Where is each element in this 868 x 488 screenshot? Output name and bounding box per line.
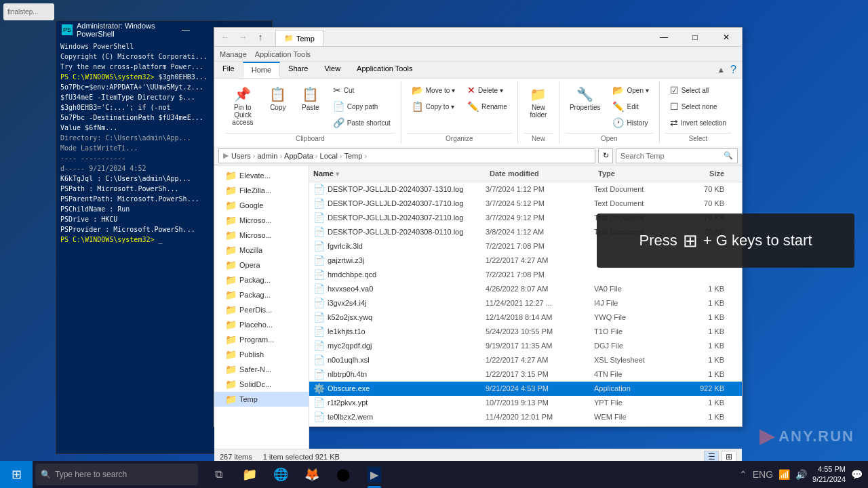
copy-to-button[interactable]: 📋 Copy to ▾ (407, 99, 460, 114)
explorer-tabbar: ← → ↑ 📁 Temp — □ ✕ (214, 28, 742, 47)
move-to-icon: 📂 (412, 85, 423, 96)
folder-icon: 📁 (225, 200, 237, 211)
file-row[interactable]: 📄k52o2jsx.ywq 12/14/2018 8:14 AM YWQ Fil… (309, 310, 742, 325)
sidebar-item-safer[interactable]: 📁 Safer-N... (214, 362, 309, 377)
explorer-close-button[interactable]: ✕ (711, 28, 742, 47)
explorer-minimize-button[interactable]: — (648, 28, 679, 47)
edit-button[interactable]: ✏️ Edit (608, 99, 653, 114)
history-button[interactable]: 🕐 History (608, 115, 653, 130)
sidebar-item-package2[interactable]: 📁 Packag... (214, 287, 309, 302)
file-row[interactable]: 📄nlbtrp0h.4tn 1/22/2017 3:15 PM 4TN File… (309, 367, 742, 382)
sidebar-item-package1[interactable]: 📁 Packag... (214, 272, 309, 287)
volume-icon: 🔊 (795, 469, 807, 480)
rename-button[interactable]: ✏️ Rename (462, 99, 512, 114)
ribbon-tab-apptools[interactable]: Application Tools (349, 62, 420, 78)
forward-button[interactable]: → (235, 28, 251, 45)
sidebar-item-microsoft2[interactable]: 📁 Microso... (214, 228, 309, 243)
search-placeholder: Type here to search (55, 470, 127, 479)
taskbar-terminal[interactable]: ▶ (359, 461, 389, 488)
taskbar-explorer[interactable]: 📁 (235, 461, 264, 488)
cut-button[interactable]: ✂ Cut (328, 83, 395, 98)
taskbar-edge[interactable]: 🌐 (266, 461, 296, 488)
col-header-name[interactable]: Name ▾ (309, 168, 486, 179)
sidebar-label: Packag... (239, 291, 271, 299)
file-row[interactable]: 📄i3gvx2s4.i4j 11/24/2021 12:27 ... I4J F… (309, 296, 742, 310)
move-to-button[interactable]: 📂 Move to ▾ (407, 83, 460, 98)
delete-button[interactable]: ✕ Delete ▾ (462, 83, 512, 98)
sidebar-label: Placeho... (239, 321, 273, 329)
explorer-sidebar: 📁 Elevate... 📁 FileZilla... 📁 Google 📁 M… (214, 165, 309, 449)
new-folder-button[interactable]: 📁 Newfolder (524, 83, 553, 122)
col-header-date[interactable]: Date modified (486, 168, 594, 179)
file-row-obscure[interactable]: ⚙️Obscure.exe 9/21/2024 4:53 PM Applicat… (309, 382, 742, 396)
sidebar-item-temp[interactable]: 📁 Temp (214, 392, 309, 407)
taskbar-taskview[interactable]: ⧉ (203, 461, 233, 488)
taskbar-chrome[interactable]: ⬤ (328, 461, 358, 488)
file-row[interactable]: 📄le1khjts.t1o 5/24/2023 10:55 PM T1O Fil… (309, 325, 742, 339)
col-header-type[interactable]: Type (594, 168, 675, 179)
refresh-button[interactable]: ↻ (598, 148, 613, 163)
start-button[interactable]: ⊞ (0, 461, 33, 488)
search-bar[interactable]: Search Temp 🔍 (616, 148, 738, 163)
file-row[interactable]: 📄DESKTOP-JGLLJLD-20240307-1710.log 3/7/2… (309, 197, 742, 211)
file-icon: 📄 (313, 255, 325, 266)
back-button[interactable]: ← (217, 28, 233, 45)
sidebar-item-publish[interactable]: 📁 Publish (214, 347, 309, 362)
file-type: XSL Stylesheet (594, 356, 675, 364)
ribbon-tab-file[interactable]: File (214, 62, 243, 78)
folder-icon: 📁 (225, 379, 237, 390)
file-type: YWQ File (594, 313, 675, 321)
sidebar-item-peerdis[interactable]: 📁 PeerDis... (214, 302, 309, 317)
file-row[interactable]: 📄DESKTOP-JGLLJLD-20240307-1310.log 3/7/2… (309, 182, 742, 197)
open-button[interactable]: 📂 Open ▾ (608, 83, 653, 98)
file-row[interactable]: 📄n0o1uqlh.xsl 1/22/2017 4:27 AM XSL Styl… (309, 353, 742, 367)
paste-shortcut-button[interactable]: 🔗 Paste shortcut (328, 115, 395, 130)
file-name: n0o1uqlh.xsl (328, 356, 370, 364)
sidebar-item-placeholder[interactable]: 📁 Placeho... (214, 317, 309, 332)
clipboard-group: 📌 Pin to Quickaccess 📋 Copy 📋 Paste ✂ (220, 81, 401, 144)
explorer-tab-temp[interactable]: 📁 Temp (275, 30, 323, 46)
file-row[interactable]: 📄hxvxseo4.va0 4/26/2022 8:07 AM VA0 File… (309, 282, 742, 296)
taskbar-clock[interactable]: 4:55 PM 9/21/2024 (812, 464, 846, 485)
sidebar-item-elevate[interactable]: 📁 Elevate... (214, 168, 309, 183)
taskbar-firefox[interactable]: 🦊 (297, 461, 327, 488)
system-tray-up-icon[interactable]: ⌃ (739, 469, 747, 480)
ribbon-tab-home[interactable]: Home (243, 62, 280, 78)
ribbon-collapse-button[interactable]: ▲ ? (711, 62, 742, 78)
properties-button[interactable]: 🔧 Properties (565, 83, 606, 115)
invert-selection-button[interactable]: ⇄ Invert selection (665, 115, 731, 130)
sidebar-label: Safer-N... (239, 365, 271, 373)
sidebar-item-soliddc[interactable]: 📁 SolidDc... (214, 377, 309, 392)
breadcrumb-bar[interactable]: ▶ Users › admin › AppData › Local › Temp… (218, 148, 595, 163)
explorer-maximize-button[interactable]: □ (679, 28, 711, 47)
select-none-button[interactable]: ☐ Select none (665, 99, 731, 114)
sidebar-item-filezilla[interactable]: 📁 FileZilla... (214, 183, 309, 198)
sidebar-item-opera[interactable]: 📁 Opera (214, 258, 309, 272)
ps-minimize-button[interactable]: — (170, 21, 201, 39)
notification-icon[interactable]: 💬 (851, 469, 863, 480)
pin-quick-access-button[interactable]: 📌 Pin to Quickaccess (225, 83, 260, 129)
file-row[interactable]: 📄hmdchbpe.qcd 7/2/2021 7:08 PM (309, 268, 742, 282)
sidebar-label: Elevate... (239, 171, 271, 180)
copy-button[interactable]: 📋 Copy (263, 83, 293, 115)
select-all-button[interactable]: ☑ Select all (665, 83, 731, 98)
taskbar-search[interactable]: 🔍 Type here to search (35, 464, 198, 485)
file-size: 1 KB (675, 399, 730, 407)
ribbon-tab-share[interactable]: Share (280, 62, 316, 78)
file-date: 3/8/2024 1:12 AM (486, 228, 594, 236)
file-row[interactable]: 📄myc2qpdf.dgj 9/19/2017 11:35 AM DGJ Fil… (309, 339, 742, 353)
sidebar-item-google[interactable]: 📁 Google (214, 198, 309, 213)
copy-path-button[interactable]: 📄 Copy path (328, 99, 395, 114)
paste-button[interactable]: 📋 Paste (296, 83, 326, 115)
file-name: le1khjts.t1o (328, 327, 366, 336)
sidebar-item-mozilla[interactable]: 📁 Mozilla (214, 243, 309, 258)
sidebar-item-microsoft1[interactable]: 📁 Microso... (214, 213, 309, 228)
ribbon-tab-view[interactable]: View (316, 62, 349, 78)
file-type: Text Document (594, 199, 675, 207)
up-button[interactable]: ↑ (252, 28, 269, 45)
file-row[interactable]: 📄te0lbzx2.wem 11/4/2020 12:01 PM WEM Fil… (309, 410, 742, 424)
browser-hint: finalstep... (3, 3, 54, 20)
file-row[interactable]: 📄r1t2pkvx.ypt 10/7/2019 9:13 PM YPT File… (309, 396, 742, 410)
sidebar-item-program[interactable]: 📁 Program... (214, 332, 309, 347)
col-header-size[interactable]: Size (675, 168, 730, 179)
